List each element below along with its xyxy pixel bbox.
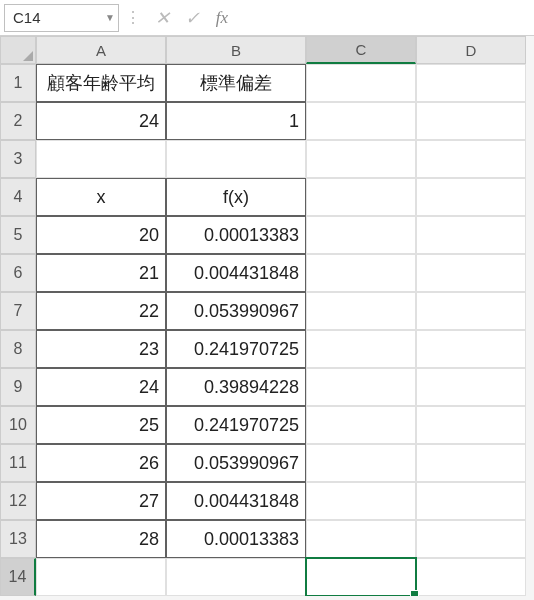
row: 7220.053990967 [0, 292, 534, 330]
cell-D8[interactable] [416, 330, 526, 368]
cell-A11[interactable]: 26 [36, 444, 166, 482]
row-header[interactable]: 12 [0, 482, 36, 520]
row: 5200.00013383 [0, 216, 534, 254]
cell-B4[interactable]: f(x) [166, 178, 306, 216]
column-headers: A B C D [0, 36, 534, 64]
row-header[interactable]: 8 [0, 330, 36, 368]
cell-C9[interactable] [306, 368, 416, 406]
cell-C1[interactable] [306, 64, 416, 102]
formula-bar: C14 ▼ ⋮ ✕ ✓ fx [0, 0, 534, 36]
row: 4xf(x) [0, 178, 534, 216]
cell-A13[interactable]: 28 [36, 520, 166, 558]
row: 12270.004431848 [0, 482, 534, 520]
spreadsheet-grid: A B C D 1顧客年齢平均標準偏差224134xf(x)5200.00013… [0, 36, 534, 596]
cell-C11[interactable] [306, 444, 416, 482]
cell-A1[interactable]: 顧客年齢平均 [36, 64, 166, 102]
row: 10250.241970725 [0, 406, 534, 444]
cell-A10[interactable]: 25 [36, 406, 166, 444]
cell-C13[interactable] [306, 520, 416, 558]
row: 3 [0, 140, 534, 178]
cell-D5[interactable] [416, 216, 526, 254]
cell-C7[interactable] [306, 292, 416, 330]
cell-B10[interactable]: 0.241970725 [166, 406, 306, 444]
col-header-D[interactable]: D [416, 36, 526, 64]
row-header[interactable]: 10 [0, 406, 36, 444]
row-header[interactable]: 2 [0, 102, 36, 140]
cell-A6[interactable]: 21 [36, 254, 166, 292]
cell-B3[interactable] [166, 140, 306, 178]
cell-B6[interactable]: 0.004431848 [166, 254, 306, 292]
row: 2241 [0, 102, 534, 140]
cell-C14[interactable] [306, 558, 416, 596]
row: 1顧客年齢平均標準偏差 [0, 64, 534, 102]
cell-A14[interactable] [36, 558, 166, 596]
cell-B5[interactable]: 0.00013383 [166, 216, 306, 254]
col-header-B[interactable]: B [166, 36, 306, 64]
cell-B7[interactable]: 0.053990967 [166, 292, 306, 330]
row-header[interactable]: 6 [0, 254, 36, 292]
cancel-icon[interactable]: ✕ [147, 4, 177, 32]
cell-C5[interactable] [306, 216, 416, 254]
formula-input[interactable] [237, 4, 534, 32]
cell-D9[interactable] [416, 368, 526, 406]
fx-icon[interactable]: fx [207, 4, 237, 32]
row-header[interactable]: 5 [0, 216, 36, 254]
enter-icon[interactable]: ✓ [177, 4, 207, 32]
row-header[interactable]: 9 [0, 368, 36, 406]
cell-D7[interactable] [416, 292, 526, 330]
cell-B1[interactable]: 標準偏差 [166, 64, 306, 102]
cell-D13[interactable] [416, 520, 526, 558]
cell-D1[interactable] [416, 64, 526, 102]
chevron-down-icon[interactable]: ▼ [102, 12, 118, 23]
cell-A7[interactable]: 22 [36, 292, 166, 330]
cell-B12[interactable]: 0.004431848 [166, 482, 306, 520]
cell-A3[interactable] [36, 140, 166, 178]
cell-C12[interactable] [306, 482, 416, 520]
cell-D10[interactable] [416, 406, 526, 444]
row-header[interactable]: 3 [0, 140, 36, 178]
cell-A9[interactable]: 24 [36, 368, 166, 406]
rows-container: 1顧客年齢平均標準偏差224134xf(x)5200.000133836210.… [0, 64, 534, 596]
cell-C3[interactable] [306, 140, 416, 178]
row-header[interactable]: 4 [0, 178, 36, 216]
col-header-A[interactable]: A [36, 36, 166, 64]
cell-B14[interactable] [166, 558, 306, 596]
cell-B2[interactable]: 1 [166, 102, 306, 140]
row: 14 [0, 558, 534, 596]
row-header[interactable]: 13 [0, 520, 36, 558]
cell-D6[interactable] [416, 254, 526, 292]
cell-B11[interactable]: 0.053990967 [166, 444, 306, 482]
select-all-corner[interactable] [0, 36, 36, 64]
row: 13280.00013383 [0, 520, 534, 558]
row-header[interactable]: 14 [0, 558, 36, 596]
cell-C4[interactable] [306, 178, 416, 216]
cell-A5[interactable]: 20 [36, 216, 166, 254]
cell-A12[interactable]: 27 [36, 482, 166, 520]
row-header[interactable]: 7 [0, 292, 36, 330]
row: 11260.053990967 [0, 444, 534, 482]
cell-D11[interactable] [416, 444, 526, 482]
cell-C2[interactable] [306, 102, 416, 140]
cell-D4[interactable] [416, 178, 526, 216]
row-header[interactable]: 1 [0, 64, 36, 102]
cell-D3[interactable] [416, 140, 526, 178]
cell-D2[interactable] [416, 102, 526, 140]
cell-C10[interactable] [306, 406, 416, 444]
row: 8230.241970725 [0, 330, 534, 368]
row-header[interactable]: 11 [0, 444, 36, 482]
name-box[interactable]: C14 ▼ [4, 4, 119, 32]
cell-A2[interactable]: 24 [36, 102, 166, 140]
cell-C6[interactable] [306, 254, 416, 292]
cell-B8[interactable]: 0.241970725 [166, 330, 306, 368]
cell-A4[interactable]: x [36, 178, 166, 216]
row: 6210.004431848 [0, 254, 534, 292]
cell-D12[interactable] [416, 482, 526, 520]
row: 9240.39894228 [0, 368, 534, 406]
cell-D14[interactable] [416, 558, 526, 596]
cell-B9[interactable]: 0.39894228 [166, 368, 306, 406]
cell-C8[interactable] [306, 330, 416, 368]
col-header-C[interactable]: C [306, 36, 416, 64]
cell-A8[interactable]: 23 [36, 330, 166, 368]
separator-icon: ⋮ [119, 0, 147, 35]
cell-B13[interactable]: 0.00013383 [166, 520, 306, 558]
